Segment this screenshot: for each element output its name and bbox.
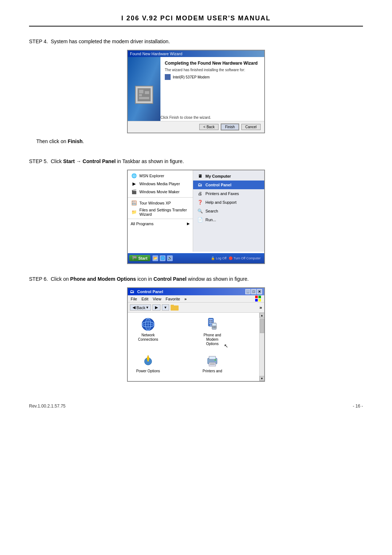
cancel-button[interactable]: Cancel bbox=[241, 124, 261, 130]
scroll-down-button[interactable]: ▼ bbox=[260, 376, 265, 381]
scroll-thumb[interactable] bbox=[260, 319, 264, 333]
step6-label: STEP 6. bbox=[29, 276, 48, 282]
mycomputer-icon: 🖥 bbox=[197, 173, 203, 179]
svg-rect-1 bbox=[139, 90, 143, 93]
page-container: I 206 V.92 PCI MODEM USER'S MANUAL STEP … bbox=[0, 0, 392, 430]
svg-rect-2 bbox=[139, 94, 142, 96]
restore-button[interactable]: □ bbox=[251, 289, 256, 294]
taskbar-logoff[interactable]: 🔓 Log Off bbox=[211, 256, 226, 260]
cp-content: NetworkConnections bbox=[128, 313, 264, 381]
printers-cp-icon bbox=[205, 353, 220, 368]
startmenu-left: 🌐 MSN Explorer ▶ Windows Media Player 🎬 … bbox=[128, 170, 193, 252]
back-arrow-icon: ◀ bbox=[132, 305, 135, 310]
forward-arrow-icon: ▶ bbox=[155, 305, 158, 310]
printers-cp-label: Printers and bbox=[203, 369, 222, 373]
toolbar-more[interactable]: » bbox=[260, 305, 262, 310]
printers-icon: 🖨 bbox=[197, 190, 203, 197]
startmenu-right-mycomputer[interactable]: 🖥 My Computer bbox=[193, 172, 264, 181]
svg-rect-29 bbox=[214, 327, 215, 328]
phone-modem-label: Phone andModemOptions bbox=[204, 333, 221, 346]
startmenu-item-moviemaker[interactable]: 🎬 Windows Movie Maker bbox=[128, 188, 193, 196]
cp-item-printers[interactable]: Printers and bbox=[198, 353, 227, 377]
svg-rect-24 bbox=[212, 324, 216, 325]
mediaplayer-icon: ▶ bbox=[131, 181, 137, 187]
help-label: Help and Support bbox=[205, 200, 237, 204]
minimize-button[interactable]: _ bbox=[245, 289, 250, 294]
network-connections-icon bbox=[141, 317, 155, 332]
svg-rect-4 bbox=[139, 97, 149, 99]
back-button[interactable]: ◀ Back ▾ bbox=[130, 304, 151, 311]
back-button[interactable]: < Back bbox=[199, 124, 219, 130]
step6-cp: Control Panel bbox=[154, 276, 187, 282]
power-options-label: Power Options bbox=[136, 369, 160, 373]
startmenu-right-run[interactable]: 📄 Run... bbox=[193, 215, 264, 224]
svg-rect-3 bbox=[145, 91, 149, 94]
cp-item-network[interactable]: NetworkConnections bbox=[134, 317, 163, 349]
cp-menu-favorite[interactable]: Favorite bbox=[166, 297, 180, 301]
cp-menu-view[interactable]: View bbox=[153, 297, 162, 301]
svg-rect-37 bbox=[210, 363, 215, 364]
up-button[interactable]: ▾ bbox=[162, 304, 169, 311]
power-options-icon bbox=[141, 353, 155, 368]
wizard-decoration-icon bbox=[135, 86, 153, 104]
cp-menu-more[interactable]: » bbox=[184, 297, 187, 301]
moviemaker-icon: 🎬 bbox=[131, 189, 137, 195]
start-label: Start bbox=[138, 256, 147, 260]
startmenu-right: 🖥 My Computer 🗂 Control Panel 🖨 Printers… bbox=[193, 170, 264, 252]
msn-label: MSN Explorer bbox=[139, 174, 164, 178]
startmenu-right-search[interactable]: 🔍 Search bbox=[193, 207, 264, 215]
svg-rect-6 bbox=[258, 296, 261, 298]
svg-rect-5 bbox=[255, 296, 258, 298]
taskbar-icon-1: 📂 bbox=[152, 255, 158, 261]
step6-post: window as shown in figure. bbox=[187, 276, 249, 282]
startmenu-item-mediaplayer[interactable]: ▶ Windows Media Player bbox=[128, 180, 193, 188]
step6-phone: Phone and Modem Options bbox=[70, 276, 136, 282]
all-programs-label: All Programs bbox=[131, 222, 154, 226]
tour-label: Tour Windows XP bbox=[139, 201, 171, 205]
network-connections-label: NetworkConnections bbox=[138, 333, 158, 342]
taskbar-icon-3: 🔊 bbox=[167, 255, 173, 261]
svg-rect-30 bbox=[216, 327, 216, 328]
then-click-pre: Then click on bbox=[36, 138, 68, 144]
forward-button[interactable]: ▶ bbox=[152, 304, 160, 311]
startmenu-item-msn[interactable]: 🌐 MSN Explorer bbox=[128, 172, 193, 180]
start-button[interactable]: 🏁 Start bbox=[129, 255, 150, 261]
svg-rect-27 bbox=[216, 326, 216, 327]
startmenu-right-printers[interactable]: 🖨 Printers and Faxes bbox=[193, 189, 264, 198]
cp-item-power[interactable]: Power Options bbox=[134, 353, 163, 377]
startmenu-body: 🌐 MSN Explorer ▶ Windows Media Player 🎬 … bbox=[128, 170, 264, 252]
moviemaker-label: Windows Movie Maker bbox=[139, 190, 180, 194]
step4-description: System has completed the modem driver in… bbox=[51, 39, 170, 44]
all-programs-item[interactable]: All Programs ▶ bbox=[128, 220, 193, 227]
cp-titlebar-buttons: _ □ ✕ bbox=[245, 289, 262, 294]
finish-button[interactable]: Finish bbox=[221, 123, 239, 130]
svg-rect-33 bbox=[147, 358, 149, 361]
cp-menu-file[interactable]: File bbox=[131, 297, 137, 301]
svg-rect-28 bbox=[213, 327, 213, 328]
svg-rect-9 bbox=[171, 305, 179, 311]
mediaplayer-label: Windows Media Player bbox=[139, 182, 180, 186]
run-label: Run... bbox=[205, 218, 216, 222]
step5-arrow: → bbox=[76, 158, 81, 164]
svg-rect-8 bbox=[258, 299, 261, 301]
run-icon: 📄 bbox=[197, 216, 203, 223]
cp-scrollbar: ▲ ▼ bbox=[259, 313, 264, 381]
taskbar-poweroff[interactable]: 🔴 Turn Off Computer bbox=[229, 256, 261, 260]
scroll-up-button[interactable]: ▲ bbox=[260, 313, 265, 318]
wizard-modem-item: Intel(R) 537EP Modem bbox=[165, 74, 260, 80]
step6-mid: icon in bbox=[136, 276, 154, 282]
svg-point-39 bbox=[215, 359, 216, 361]
startmenu-item-tour[interactable]: 🪟 Tour Windows XP bbox=[128, 199, 193, 207]
close-button[interactable]: ✕ bbox=[257, 289, 262, 294]
cp-item-phone[interactable]: Phone andModemOptions ↖ bbox=[198, 317, 227, 349]
startmenu-right-help[interactable]: ❓ Help and Support bbox=[193, 198, 264, 207]
startmenu-item-transfer[interactable]: 📁 Files and Settings Transfer Wizard bbox=[128, 207, 193, 217]
svg-rect-10 bbox=[171, 305, 174, 306]
step5-text: STEP 5. Click Start → Control Panel in T… bbox=[29, 157, 363, 165]
wizard-footer: < Back Finish Cancel bbox=[128, 121, 264, 133]
cp-menu-winlogo bbox=[255, 295, 261, 303]
wizard-footer-text: Click Finish to close the wizard. bbox=[160, 116, 211, 119]
step5-block: STEP 5. Click Start → Control Panel in T… bbox=[29, 157, 363, 264]
startmenu-right-controlpanel[interactable]: 🗂 Control Panel bbox=[193, 181, 264, 189]
cp-menu-edit[interactable]: Edit bbox=[142, 297, 148, 301]
